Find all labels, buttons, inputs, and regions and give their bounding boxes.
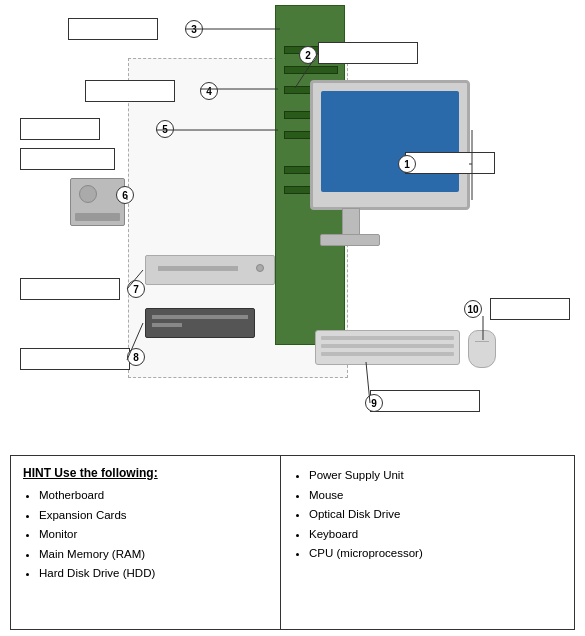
hint-left-item-3: Monitor	[39, 525, 268, 545]
hint-right-item-2: Mouse	[309, 486, 562, 506]
hint-right: Power Supply Unit Mouse Optical Disk Dri…	[281, 456, 574, 629]
optical-drive	[145, 255, 275, 285]
num-1: 1	[398, 155, 416, 173]
hint-right-item-3: Optical Disk Drive	[309, 505, 562, 525]
kb-row1	[321, 336, 454, 340]
label-box-5	[20, 118, 100, 140]
optical-drive-slot	[158, 266, 238, 271]
label-box-1	[405, 152, 495, 174]
hdd-detail2	[152, 323, 182, 327]
num-2: 2	[299, 46, 317, 64]
label-box-7	[20, 278, 120, 300]
label-box-2	[318, 42, 418, 64]
hint-right-item-5: CPU (microprocessor)	[309, 544, 562, 564]
hint-title: HINT Use the following:	[23, 466, 268, 480]
hint-left-item-5: Hard Disk Drive (HDD)	[39, 564, 268, 584]
num-8: 8	[127, 348, 145, 366]
num-10: 10	[464, 300, 482, 318]
hdd-detail	[152, 315, 248, 319]
diagram-area: 3 2 4 5 6 1 7 8 9 10	[0, 0, 585, 450]
hint-left-item-4: Main Memory (RAM)	[39, 545, 268, 565]
kb-row2	[321, 344, 454, 348]
psu-fan	[79, 185, 97, 203]
keyboard	[315, 330, 460, 365]
num-5: 5	[156, 120, 174, 138]
num-3: 3	[185, 20, 203, 38]
hint-left: HINT Use the following: Motherboard Expa…	[11, 456, 281, 629]
psu-vent	[75, 213, 120, 221]
psu	[70, 178, 125, 226]
label-box-9	[370, 390, 480, 412]
kb-row3	[321, 352, 454, 356]
num-7: 7	[127, 280, 145, 298]
label-box-5b	[20, 148, 115, 170]
monitor	[310, 80, 470, 210]
hint-right-item-4: Keyboard	[309, 525, 562, 545]
monitor-stand-base	[320, 234, 380, 246]
mouse-divider	[475, 341, 489, 342]
mb-slot-2	[284, 66, 338, 74]
mouse	[468, 330, 496, 368]
label-box-4	[85, 80, 175, 102]
hint-right-list: Power Supply Unit Mouse Optical Disk Dri…	[293, 466, 562, 564]
num-6: 6	[116, 186, 134, 204]
num-4: 4	[200, 82, 218, 100]
label-box-8	[20, 348, 130, 370]
hint-left-list: Motherboard Expansion Cards Monitor Main…	[23, 486, 268, 584]
label-box-3	[68, 18, 158, 40]
hint-left-item-1: Motherboard	[39, 486, 268, 506]
hint-right-item-1: Power Supply Unit	[309, 466, 562, 486]
hint-left-item-2: Expansion Cards	[39, 506, 268, 526]
hint-area: HINT Use the following: Motherboard Expa…	[10, 455, 575, 630]
optical-drive-button	[256, 264, 264, 272]
label-box-10	[490, 298, 570, 320]
monitor-screen	[321, 91, 459, 192]
hdd	[145, 308, 255, 338]
num-9: 9	[365, 394, 383, 412]
